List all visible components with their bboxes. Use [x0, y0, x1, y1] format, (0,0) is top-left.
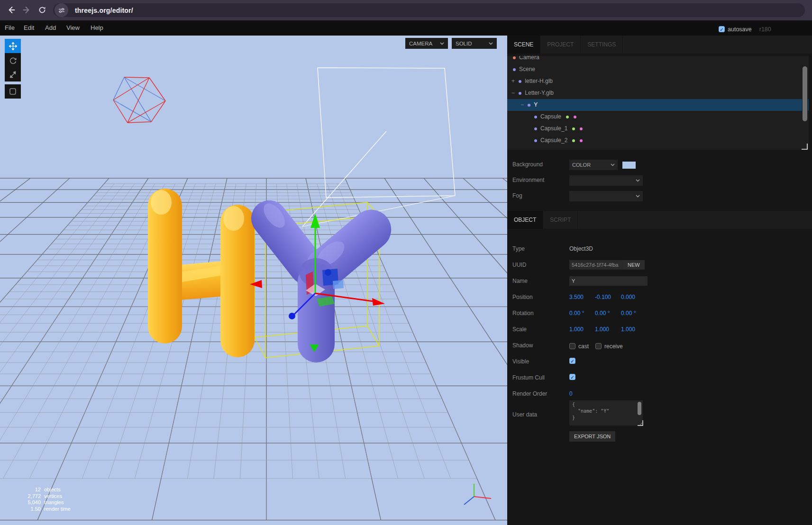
outliner[interactable]: Camera Scene + letter-H.glb − Letter-Y.g…: [507, 56, 809, 150]
rotation-z-field[interactable]: 0.00 °: [621, 310, 636, 317]
viewport-canvas[interactable]: [0, 36, 507, 525]
type-row: Type Object3D: [507, 244, 812, 254]
environment-select[interactable]: [569, 175, 643, 186]
tab-settings[interactable]: SETTINGS: [581, 36, 623, 54]
scale-tool-button[interactable]: [5, 67, 21, 81]
tab-project[interactable]: PROJECT: [540, 36, 581, 54]
outliner-item-capsule-1[interactable]: Capsule_1: [507, 123, 809, 135]
shading-select[interactable]: SOLID: [452, 38, 497, 49]
revision-label: r180: [759, 26, 771, 33]
outliner-item-scene[interactable]: Scene: [507, 63, 809, 75]
tab-script[interactable]: SCRIPT: [543, 211, 578, 229]
chevron-down-icon: [636, 195, 640, 198]
shadow-receive-checkbox[interactable]: [595, 343, 602, 349]
local-space-toggle-button[interactable]: [5, 84, 21, 99]
background-color-swatch[interactable]: [622, 162, 636, 169]
user-data-editor[interactable]: { "name": "Y" }: [569, 400, 643, 425]
rotation-y-field[interactable]: 0.00 °: [595, 310, 610, 317]
forward-button[interactable]: [20, 3, 34, 17]
gizmo-z-handle-2[interactable]: [325, 269, 331, 276]
rotation-x-field[interactable]: 0.00 °: [569, 310, 584, 317]
scale-x-field[interactable]: 1.000: [569, 326, 584, 333]
outliner-item-letter-y[interactable]: − Letter-Y.glb: [507, 87, 809, 99]
expand-toggle[interactable]: +: [511, 75, 517, 87]
viewport[interactable]: CAMERA SOLID 12objects 2,772vertices 5,0…: [0, 36, 507, 525]
position-y-field[interactable]: -0.100: [595, 294, 611, 300]
scale-z-field[interactable]: 1.000: [621, 326, 635, 333]
object-dot: [519, 80, 521, 83]
menu-help[interactable]: Help: [88, 20, 106, 36]
object-dot: [513, 56, 516, 59]
translate-tool-button[interactable]: [5, 39, 21, 53]
browser-chrome: threejs.org/editor/: [0, 0, 812, 20]
menu-edit[interactable]: Edit: [21, 20, 37, 36]
rotation-row: Rotation 0.00 ° 0.00 ° 0.00 °: [507, 308, 812, 319]
background-select[interactable]: COLOR: [569, 160, 618, 170]
fog-row: Fog: [507, 191, 812, 201]
material-dot: [580, 127, 583, 130]
frustum-cull-checkbox[interactable]: ✓: [569, 374, 575, 380]
back-icon: [7, 6, 15, 14]
scrollbar-thumb[interactable]: [803, 66, 807, 121]
gizmo-z-handle[interactable]: [289, 313, 295, 319]
letter-y-mesh[interactable]: [244, 193, 400, 362]
rotate-tool-button[interactable]: [5, 53, 21, 67]
reload-button[interactable]: [35, 3, 49, 17]
shadow-row: Shadow castreceive: [507, 341, 812, 351]
tab-scene[interactable]: SCENE: [507, 36, 540, 54]
uuid-field[interactable]: 5416c27d-1f74-4fba: [569, 260, 625, 270]
translate-icon: [9, 42, 17, 50]
menu-file[interactable]: File: [2, 20, 18, 36]
scale-row: Scale 1.000 1.000 1.000: [507, 325, 812, 335]
menu-add[interactable]: Add: [42, 20, 59, 36]
visible-row: Visible ✓: [507, 357, 812, 367]
transform-toolbar: [5, 39, 21, 99]
outliner-scrollbar[interactable]: [802, 57, 808, 149]
autosave-checkbox[interactable]: ✓: [719, 26, 725, 32]
collapse-toggle[interactable]: −: [520, 99, 526, 111]
object-dot: [534, 127, 537, 130]
outliner-item-letter-h[interactable]: + letter-H.glb: [507, 75, 809, 87]
object-dot: [519, 92, 521, 95]
sidebar: SCENE PROJECT SETTINGS Camera Scene + le…: [507, 36, 812, 525]
shadow-cast-checkbox[interactable]: [569, 343, 575, 349]
fog-select[interactable]: [569, 191, 643, 201]
scale-icon: [9, 71, 17, 78]
address-bar[interactable]: threejs.org/editor/: [53, 3, 805, 17]
scrollbar-thumb[interactable]: [638, 402, 641, 415]
forward-icon: [23, 6, 31, 14]
outliner-item-camera[interactable]: Camera: [507, 56, 809, 63]
outliner-resize-grip[interactable]: [801, 143, 808, 150]
chevron-down-icon: [489, 42, 493, 45]
object-dot: [513, 68, 516, 71]
position-z-field[interactable]: 0.000: [621, 294, 635, 300]
world-space-icon: [9, 88, 17, 95]
letter-h-mesh[interactable]: [148, 189, 255, 357]
export-json-button[interactable]: EXPORT JSON: [569, 431, 615, 442]
background-row: Background COLOR: [507, 160, 812, 170]
outliner-item-capsule[interactable]: Capsule: [507, 111, 809, 123]
name-row: Name Y: [507, 276, 812, 287]
gizmo-blue-square-light: [333, 280, 344, 289]
chevron-down-icon: [440, 42, 444, 45]
menu-view[interactable]: View: [64, 20, 82, 36]
name-field[interactable]: Y: [569, 276, 648, 286]
chevron-down-icon: [636, 179, 640, 182]
user-data-resize-grip[interactable]: [637, 420, 643, 426]
camera-select[interactable]: CAMERA: [405, 38, 448, 49]
render-order-field[interactable]: 0: [569, 390, 573, 397]
position-x-field[interactable]: 3.500: [569, 294, 584, 300]
type-value: Object3D: [569, 245, 593, 252]
editor-menubar: File Edit Add View Help ✓autosaver180: [0, 20, 812, 36]
tune-icon: [58, 7, 65, 14]
visible-checkbox[interactable]: ✓: [569, 358, 575, 364]
scene-stats: 12objects 2,772vertices 5,040triangles 1…: [14, 487, 71, 512]
scale-y-field[interactable]: 1.000: [595, 326, 609, 333]
new-uuid-button[interactable]: NEW: [623, 260, 645, 270]
outliner-item-capsule-2[interactable]: Capsule_2: [507, 135, 809, 146]
outliner-item-y-selected[interactable]: − Y: [507, 99, 809, 111]
site-settings-button[interactable]: [55, 3, 68, 17]
back-button[interactable]: [4, 3, 18, 17]
tab-object[interactable]: OBJECT: [507, 211, 543, 229]
collapse-toggle[interactable]: −: [511, 87, 517, 99]
